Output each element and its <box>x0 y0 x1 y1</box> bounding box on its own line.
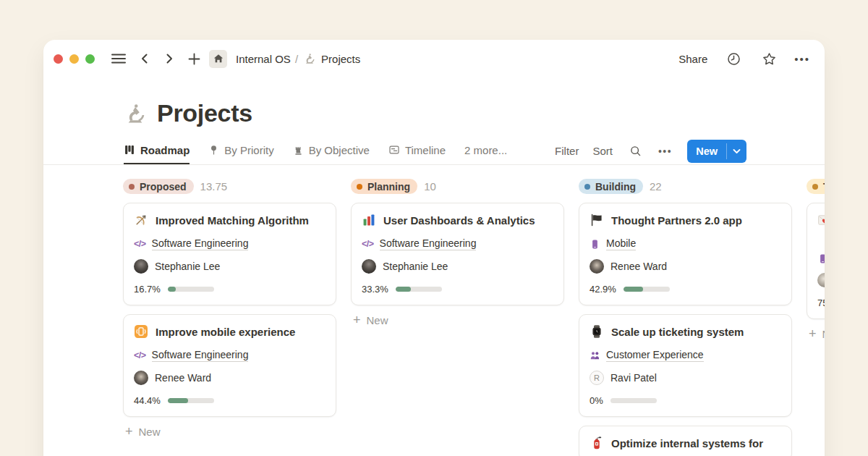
filter-button[interactable]: Filter <box>555 145 579 157</box>
project-card[interactable]: 75% <box>807 203 825 319</box>
chevron-down-icon[interactable] <box>727 140 746 163</box>
tab-label: 2 more... <box>464 144 507 156</box>
star-icon[interactable] <box>759 48 780 69</box>
team-link[interactable]: Software Engineering <box>380 237 477 250</box>
breadcrumb-page[interactable]: Projects <box>318 51 363 67</box>
column-count: 13.75 <box>200 180 228 193</box>
status-label: T <box>823 181 825 193</box>
code-icon: </> <box>362 239 374 249</box>
progress-bar <box>610 398 657 403</box>
status-badge[interactable]: Building <box>579 179 643 194</box>
owner-name: Stephanie Lee <box>383 261 448 272</box>
new-button[interactable]: New <box>687 140 746 163</box>
home-icon[interactable] <box>209 50 227 68</box>
tab-more-views[interactable]: 2 more... <box>464 138 507 164</box>
new-button-label: New <box>687 140 726 163</box>
status-dot-icon <box>129 184 135 190</box>
search-icon[interactable] <box>626 142 644 160</box>
avatar <box>134 259 148 274</box>
add-card-button[interactable]: + New <box>123 425 336 438</box>
share-button[interactable]: Share <box>678 53 707 65</box>
sort-button[interactable]: Sort <box>592 145 613 157</box>
clock-icon[interactable] <box>723 48 744 69</box>
kanban-board: Proposed 13.75 Improved Matching Algorit… <box>43 178 825 456</box>
project-card[interactable]: Improved Matching Algorithm </> Software… <box>123 203 336 305</box>
close-window-button[interactable] <box>54 54 63 64</box>
page-title: Projects <box>157 99 252 127</box>
add-card-button[interactable]: + New <box>351 313 564 326</box>
card-title: User Dashboards & Analytics <box>383 214 535 227</box>
card-title: Scale up ticketing system <box>611 326 744 338</box>
avatar <box>817 273 825 287</box>
menu-icon[interactable] <box>109 51 129 67</box>
completion-percent: 75% <box>817 297 825 308</box>
status-badge[interactable]: Planning <box>351 179 417 194</box>
forward-chevron-icon[interactable] <box>161 50 178 67</box>
column-proposed: Proposed 13.75 Improved Matching Algorit… <box>123 178 336 456</box>
card-title: Improve mobile experience <box>156 326 295 338</box>
status-dot-icon <box>812 184 818 190</box>
tab-roadmap[interactable]: Roadmap <box>124 138 190 164</box>
mobile-icon <box>590 239 600 250</box>
tab-by-priority[interactable]: By Priority <box>208 138 273 164</box>
status-label: Proposed <box>140 181 187 193</box>
breadcrumb-separator: / <box>295 53 298 65</box>
project-card[interactable]: Optimize internal systems for <box>579 426 792 456</box>
owner-name: Ravi Patel <box>610 372 657 384</box>
maximize-window-button[interactable] <box>85 54 95 64</box>
project-card[interactable]: Scale up ticketing system Customer Exper… <box>579 314 792 417</box>
window-topbar: Internal OS / Projects Share ••• <box>43 40 825 77</box>
back-chevron-icon[interactable] <box>136 50 153 67</box>
progress-bar <box>396 287 442 292</box>
code-icon: </> <box>134 350 146 360</box>
column-clipped: T <box>807 178 825 456</box>
completion-percent: 16.7% <box>134 284 161 295</box>
add-card-button[interactable]: + New <box>807 327 825 340</box>
love-letter-icon <box>817 213 825 227</box>
plus-icon: + <box>809 327 817 340</box>
plus-icon[interactable] <box>185 50 203 68</box>
bar-chart-icon <box>362 213 376 227</box>
tab-by-objective[interactable]: By Objective <box>293 138 370 164</box>
owner-name: Stephanie Lee <box>155 261 220 272</box>
mobile-icon <box>817 253 825 264</box>
tab-timeline[interactable]: Timeline <box>388 138 446 164</box>
tab-label: Roadmap <box>140 144 190 156</box>
card-title: Thought Partners 2.0 app <box>611 214 742 227</box>
column-building: Building 22 Thought Partners 2.0 app <box>579 178 792 456</box>
team-link[interactable]: Mobile <box>606 237 636 250</box>
status-label: Building <box>595 181 636 193</box>
rook-icon <box>293 145 304 156</box>
column-count: 10 <box>424 180 436 193</box>
completion-percent: 44.4% <box>134 395 161 406</box>
tab-label: Timeline <box>405 144 446 156</box>
team-link[interactable]: Customer Experience <box>606 349 704 362</box>
code-icon: </> <box>134 239 146 249</box>
plus-icon: + <box>125 425 133 438</box>
progress-bar <box>168 287 214 292</box>
card-title: Optimize internal systems for <box>611 437 763 449</box>
status-badge[interactable]: T <box>807 179 825 194</box>
notion-window: Internal OS / Projects Share ••• Project… <box>43 40 825 456</box>
completion-percent: 0% <box>590 395 603 406</box>
more-icon[interactable]: ••• <box>658 145 672 157</box>
team-link[interactable]: Software Engineering <box>152 237 249 250</box>
progress-bar <box>624 287 670 292</box>
more-icon[interactable]: ••• <box>794 53 810 65</box>
pin-icon <box>208 145 219 156</box>
fire-extinguisher-icon <box>590 436 604 450</box>
project-card[interactable]: User Dashboards & Analytics </> Software… <box>351 203 564 305</box>
team-link[interactable]: Software Engineering <box>152 349 249 362</box>
bow-arrow-icon <box>134 213 148 227</box>
status-dot-icon <box>357 184 362 190</box>
tab-label: By Objective <box>309 144 370 156</box>
breadcrumb-root[interactable]: Internal OS <box>233 51 294 67</box>
minimize-window-button[interactable] <box>69 54 79 64</box>
avatar <box>590 259 604 274</box>
page-header: Projects <box>124 99 825 127</box>
status-badge[interactable]: Proposed <box>123 179 194 194</box>
status-dot-icon <box>584 184 590 190</box>
watch-icon <box>590 324 604 339</box>
project-card[interactable]: Thought Partners 2.0 app Mobile Renee Wa… <box>579 203 792 305</box>
project-card[interactable]: Improve mobile experience </> Software E… <box>123 314 336 417</box>
